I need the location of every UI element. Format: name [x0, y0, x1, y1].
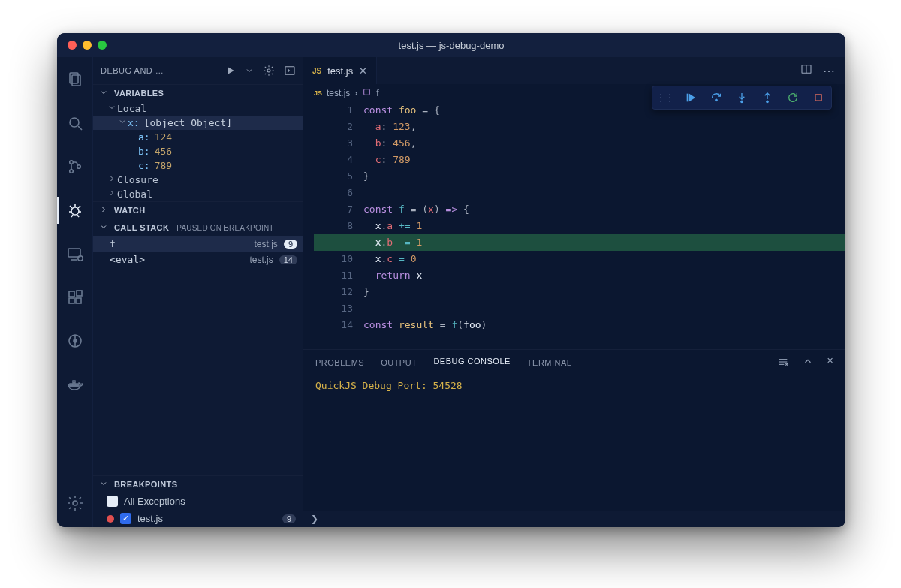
scope-global[interactable]: Global — [93, 187, 303, 201]
source-control-icon[interactable] — [57, 153, 93, 180]
step-out-button[interactable] — [759, 89, 776, 106]
variable-x-b[interactable]: b: 456 — [93, 144, 303, 158]
stop-button[interactable] — [810, 89, 827, 106]
activity-bar — [57, 57, 93, 527]
docker-icon[interactable] — [57, 371, 93, 398]
debug-console-toggle-icon[interactable] — [284, 65, 296, 77]
glyph-margin[interactable] — [317, 102, 330, 349]
debug-toolbar[interactable]: ⋮⋮ — [652, 86, 832, 110]
breadcrumbs[interactable]: JS test.js › f ⋮⋮ — [303, 84, 845, 102]
svg-rect-35 — [364, 89, 370, 95]
callstack-header[interactable]: CALL STACK PAUSED ON BREAKPOINT — [93, 219, 303, 236]
watch-header[interactable]: WATCH — [93, 202, 303, 219]
split-editor-icon[interactable] — [800, 63, 812, 78]
variables-section: VARIABLES Local x: [object Object] — [93, 84, 303, 201]
svg-point-6 — [77, 165, 80, 169]
svg-rect-29 — [73, 381, 75, 383]
panel-tab-problems[interactable]: PROBLEMS — [315, 358, 364, 367]
code-content[interactable]: const foo = { a: 123, b: 456, c: 789 } c… — [353, 102, 845, 349]
variable-x-c[interactable]: c: 789 — [93, 158, 303, 173]
breakpoints-header[interactable]: BREAKPOINTS — [93, 476, 303, 493]
svg-rect-21 — [77, 291, 82, 296]
settings-gear-icon[interactable] — [263, 65, 275, 77]
clear-console-icon[interactable] — [777, 356, 789, 369]
svg-point-23 — [74, 339, 77, 342]
sidebar-title: DEBUG AND … — [101, 66, 216, 75]
svg-point-4 — [69, 161, 73, 164]
svg-point-39 — [741, 101, 743, 102]
sidebar-header: DEBUG AND … — [93, 57, 303, 84]
checkbox-unchecked-icon[interactable] — [107, 496, 118, 507]
debug-console-output[interactable]: QuickJS Debug Port: 54528 — [303, 375, 845, 511]
chevron-down-icon — [117, 117, 128, 128]
svg-rect-18 — [69, 291, 74, 297]
svg-line-10 — [78, 206, 80, 208]
bottom-panel: PROBLEMS OUTPUT DEBUG CONSOLE TERMINAL ✕ — [303, 349, 845, 511]
breakpoint-file[interactable]: ✓ test.js 9 — [93, 510, 303, 527]
start-debug-button[interactable] — [225, 65, 236, 76]
svg-line-9 — [70, 206, 72, 208]
svg-line-14 — [77, 215, 79, 217]
svg-rect-42 — [815, 95, 821, 101]
panel-tab-debug-console[interactable]: DEBUG CONSOLE — [433, 357, 510, 369]
svg-rect-19 — [69, 298, 74, 303]
debug-sidebar: DEBUG AND … — [93, 57, 303, 527]
chevron-down-icon — [99, 479, 110, 490]
explorer-icon[interactable] — [57, 66, 93, 93]
breakpoint-dot-icon — [107, 515, 114, 523]
status-prompt: ❯ — [311, 514, 318, 524]
code-editor[interactable]: 123 456 789 101112 1314 const foo = { a:… — [303, 102, 845, 349]
callstack-frame-1[interactable]: <eval> test.js 14 — [93, 252, 303, 267]
step-into-button[interactable] — [734, 89, 750, 106]
line-numbers: 123 456 789 101112 1314 — [330, 102, 353, 349]
callstack-frame-0[interactable]: f test.js 9 — [93, 236, 303, 252]
svg-rect-0 — [70, 73, 78, 83]
search-icon[interactable] — [57, 110, 93, 137]
editor-tabs: JS test.js ✕ ⋯ — [303, 57, 845, 84]
variable-x[interactable]: x: [object Object] — [93, 116, 303, 130]
git-graph-icon[interactable] — [57, 327, 93, 354]
step-over-button[interactable] — [708, 89, 725, 106]
continue-button[interactable] — [683, 89, 699, 106]
chevron-right-icon — [107, 188, 117, 200]
run-debug-icon[interactable] — [57, 197, 93, 224]
svg-rect-20 — [76, 298, 81, 303]
svg-rect-1 — [72, 75, 80, 86]
editor-area: JS test.js ✕ ⋯ JS test.js › f — [303, 57, 845, 527]
panel-tabs: PROBLEMS OUTPUT DEBUG CONSOLE TERMINAL ✕ — [303, 350, 845, 375]
vscode-window: test.js — js-debug-demo — [57, 33, 845, 527]
collapse-panel-icon[interactable] — [803, 356, 813, 369]
more-actions-icon[interactable]: ⋯ — [823, 64, 835, 78]
svg-rect-15 — [68, 249, 80, 257]
chevron-right-icon: › — [354, 88, 357, 98]
scope-local[interactable]: Local — [93, 101, 303, 116]
drag-handle-icon[interactable]: ⋮⋮ — [657, 89, 673, 106]
svg-point-41 — [767, 101, 768, 102]
panel-tab-output[interactable]: OUTPUT — [381, 358, 417, 367]
chevron-down-icon — [99, 88, 110, 98]
svg-rect-36 — [687, 94, 689, 102]
remote-explorer-icon[interactable] — [57, 240, 93, 267]
scope-closure[interactable]: Closure — [93, 173, 303, 187]
titlebar: test.js — js-debug-demo — [57, 33, 845, 57]
svg-line-3 — [78, 126, 82, 130]
restart-button[interactable] — [785, 89, 801, 106]
extensions-icon[interactable] — [57, 284, 93, 311]
chevron-down-icon — [107, 103, 117, 114]
variable-x-a[interactable]: a: 124 — [93, 130, 303, 144]
svg-point-5 — [69, 170, 73, 173]
panel-tab-terminal[interactable]: TERMINAL — [527, 358, 572, 367]
close-tab-icon[interactable]: ✕ — [359, 65, 367, 77]
config-dropdown-icon[interactable] — [245, 66, 254, 75]
breakpoint-all-exceptions[interactable]: All Exceptions — [93, 493, 303, 510]
method-icon — [362, 87, 372, 99]
checkbox-checked-icon[interactable]: ✓ — [120, 513, 131, 524]
tab-testjs[interactable]: JS test.js ✕ — [303, 57, 377, 84]
svg-point-7 — [71, 207, 79, 215]
js-file-icon: JS — [312, 67, 321, 75]
close-panel-icon[interactable]: ✕ — [827, 356, 834, 369]
settings-gear-icon[interactable] — [57, 490, 93, 517]
status-bar[interactable]: ❯ — [303, 511, 845, 527]
svg-line-13 — [71, 215, 73, 217]
variables-header[interactable]: VARIABLES — [93, 85, 303, 101]
